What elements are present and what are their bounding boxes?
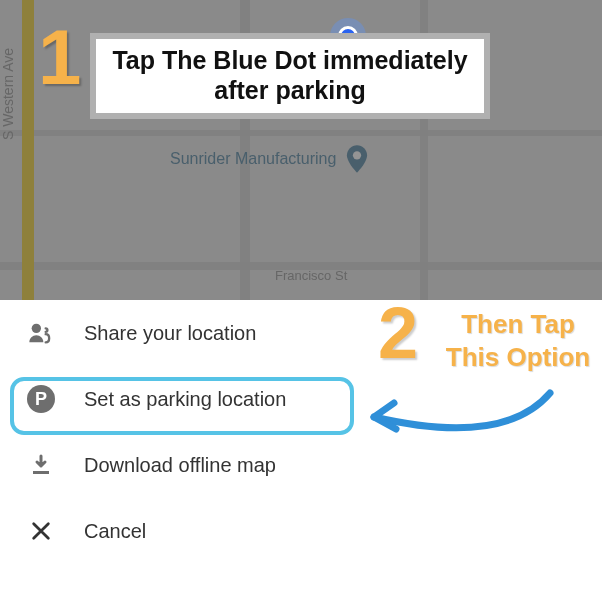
annotation-step2-line2: This Option — [446, 342, 590, 372]
svg-rect-2 — [33, 471, 49, 474]
menu-item-label: Share your location — [84, 322, 256, 345]
svg-point-1 — [32, 324, 41, 333]
parking-icon: P — [26, 384, 56, 414]
menu-item-download-offline[interactable]: Download offline map — [0, 432, 602, 498]
menu-item-label: Cancel — [84, 520, 146, 543]
share-location-icon — [26, 318, 56, 348]
menu-item-label: Set as parking location — [84, 388, 286, 411]
menu-item-label: Download offline map — [84, 454, 276, 477]
annotation-step2-text: Then Tap This Option — [438, 308, 598, 373]
menu-item-set-parking[interactable]: P Set as parking location — [0, 366, 602, 432]
annotation-step2-line1: Then Tap — [461, 309, 575, 339]
download-icon — [26, 450, 56, 480]
annotation-step2-number: 2 — [378, 292, 418, 374]
annotation-step1-text: Tap The Blue Dot immediately after parki… — [90, 33, 490, 119]
close-icon — [26, 516, 56, 546]
menu-item-cancel[interactable]: Cancel — [0, 498, 602, 564]
annotation-step1-number: 1 — [38, 18, 81, 96]
